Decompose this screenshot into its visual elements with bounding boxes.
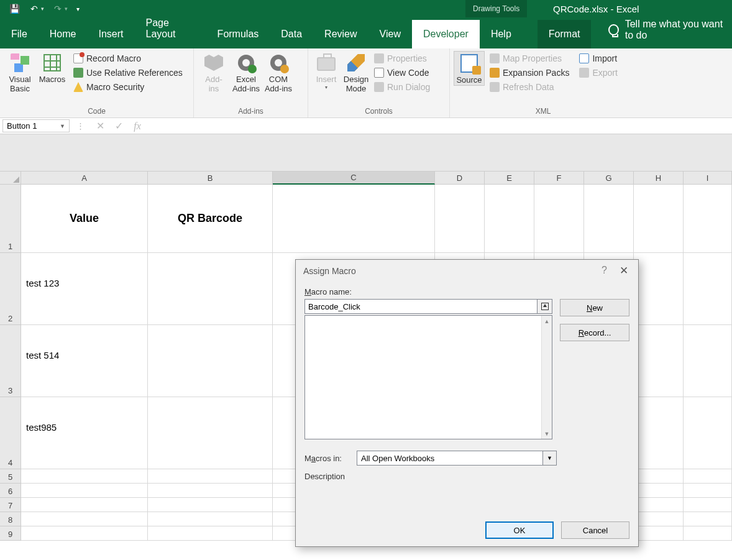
cell[interactable] <box>485 185 534 253</box>
scroll-down-icon[interactable]: ▼ <box>542 428 552 439</box>
cell[interactable] <box>634 498 684 512</box>
scrollbar[interactable]: ▲ ▼ <box>541 316 552 439</box>
macro-list[interactable]: ▲ ▼ <box>304 315 552 439</box>
cell[interactable] <box>634 325 684 397</box>
tab-file[interactable]: File <box>0 20 39 48</box>
column-header-H[interactable]: H <box>634 172 684 185</box>
use-relative-references-button[interactable]: Use Relative References <box>71 67 185 79</box>
chevron-down-icon[interactable]: ▼ <box>543 451 557 466</box>
tab-insert[interactable]: Insert <box>87 20 134 48</box>
help-icon[interactable]: ? <box>602 265 607 276</box>
visual-basic-button[interactable]: Visual Basic <box>4 51 36 94</box>
column-header-G[interactable]: G <box>584 172 634 185</box>
cell[interactable] <box>634 484 684 498</box>
name-box[interactable]: Button 1 ▼ <box>2 119 70 132</box>
cell[interactable] <box>634 253 684 325</box>
scroll-up-icon[interactable]: ▲ <box>542 316 552 326</box>
cell[interactable]: test 514 <box>21 325 148 397</box>
row-header[interactable]: 7 <box>0 498 21 512</box>
cancel-button[interactable]: Cancel <box>561 521 629 539</box>
qat-customize-icon[interactable]: ▾ <box>72 1 83 17</box>
save-icon[interactable]: 💾 <box>5 1 24 17</box>
undo-dropdown-icon[interactable]: ▾ <box>41 6 47 12</box>
column-header-C[interactable]: C <box>273 172 435 185</box>
row-header[interactable]: 8 <box>0 512 21 526</box>
cell[interactable] <box>684 498 732 512</box>
column-header-B[interactable]: B <box>148 172 273 185</box>
row-header[interactable]: 3 <box>0 325 21 397</box>
cell[interactable] <box>634 526 684 541</box>
tab-help[interactable]: Help <box>480 20 523 48</box>
cell[interactable] <box>634 512 684 526</box>
formula-input[interactable] <box>147 118 732 134</box>
cell[interactable] <box>148 469 273 484</box>
tell-me-search[interactable]: Tell me what you want to do <box>608 19 732 48</box>
row-header[interactable]: 9 <box>0 526 21 541</box>
import-button[interactable]: Import <box>577 52 620 65</box>
tab-review[interactable]: Review <box>313 20 368 48</box>
select-all-corner[interactable] <box>0 172 21 185</box>
cell[interactable] <box>684 397 732 469</box>
tab-developer[interactable]: Developer <box>412 20 480 48</box>
cell[interactable] <box>634 397 684 469</box>
row-header[interactable]: 1 <box>0 185 21 253</box>
new-button[interactable]: New <box>560 299 629 316</box>
tab-home[interactable]: Home <box>39 20 88 48</box>
record-button[interactable]: Record... <box>560 324 629 341</box>
cell[interactable] <box>21 512 148 526</box>
cell[interactable] <box>148 484 273 498</box>
tab-view[interactable]: View <box>368 20 412 48</box>
cell[interactable] <box>684 185 732 253</box>
column-header-I[interactable]: I <box>684 172 732 185</box>
cell[interactable] <box>684 325 732 397</box>
dialog-titlebar[interactable]: Assign Macro ? ✕ <box>296 260 638 282</box>
redo-dropdown-icon[interactable]: ▾ <box>65 6 71 12</box>
cell[interactable] <box>534 185 584 253</box>
cell[interactable] <box>634 469 684 484</box>
cell[interactable]: test985 <box>21 397 148 469</box>
tab-formulas[interactable]: Formulas <box>206 20 270 48</box>
expansion-packs-button[interactable]: Expansion Packs <box>487 67 572 79</box>
macros-in-combo[interactable]: All Open Workbooks ▼ <box>357 451 557 466</box>
cell[interactable] <box>684 526 732 541</box>
cell[interactable] <box>684 512 732 526</box>
cell[interactable] <box>21 469 148 484</box>
macros-button[interactable]: Macros <box>36 51 68 85</box>
cell[interactable] <box>148 498 273 512</box>
cell[interactable] <box>634 185 684 253</box>
column-header-A[interactable]: A <box>21 172 148 185</box>
tab-data[interactable]: Data <box>270 20 313 48</box>
design-mode-button[interactable]: Design Mode <box>341 51 372 94</box>
chevron-down-icon[interactable]: ▼ <box>60 123 65 129</box>
cancel-formula-icon[interactable]: ✕ <box>91 118 109 134</box>
column-header-D[interactable]: D <box>435 172 485 185</box>
cell[interactable] <box>273 185 435 253</box>
row-header[interactable]: 5 <box>0 469 21 484</box>
record-macro-button[interactable]: Record Macro <box>71 52 185 65</box>
cell[interactable] <box>148 325 273 397</box>
row-header[interactable]: 4 <box>0 397 21 469</box>
cell[interactable]: Value <box>21 185 148 253</box>
tab-format[interactable]: Format <box>538 20 592 48</box>
cell[interactable] <box>148 512 273 526</box>
cell[interactable]: QR Barcode <box>148 185 273 253</box>
macro-name-input[interactable] <box>304 299 538 314</box>
view-code-button[interactable]: View Code <box>372 67 432 79</box>
cell[interactable] <box>148 253 273 325</box>
enter-formula-icon[interactable]: ✓ <box>109 118 128 134</box>
excel-addins-button[interactable]: Excel Add-ins <box>230 51 262 94</box>
close-icon[interactable]: ✕ <box>617 264 631 277</box>
cell[interactable] <box>148 397 273 469</box>
source-button[interactable]: Source <box>454 51 485 86</box>
cell[interactable] <box>21 484 148 498</box>
row-header[interactable]: 2 <box>0 253 21 325</box>
fx-icon[interactable]: fx <box>128 118 147 134</box>
ok-button[interactable]: OK <box>485 521 554 539</box>
com-addins-button[interactable]: COM Add-ins <box>262 51 295 94</box>
cell[interactable] <box>684 253 732 325</box>
cell[interactable] <box>21 498 148 512</box>
collapse-dialog-icon[interactable] <box>538 299 552 314</box>
cell[interactable] <box>435 185 485 253</box>
column-header-F[interactable]: F <box>534 172 584 185</box>
cell[interactable]: test 123 <box>21 253 148 325</box>
